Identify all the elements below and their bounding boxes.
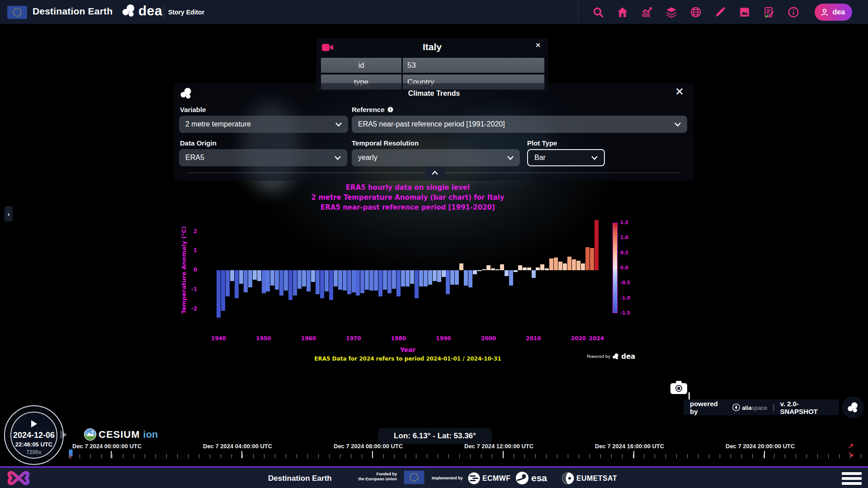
anomaly-bar [455,270,459,285]
feature-popup-close-button[interactable]: ✕ [535,42,541,49]
timeline-minor-tick [861,454,861,458]
dialog-close-button[interactable]: ✕ [675,86,684,98]
timeline-minor-tick [297,454,297,458]
anomaly-bar [563,263,567,270]
anomaly-bar [262,270,266,293]
menu-hamburger-button[interactable] [842,472,862,485]
anomaly-bar [266,270,270,291]
anomaly-bar [356,270,360,296]
story-notes-icon[interactable] [763,6,775,18]
timeline-minor-tick [644,454,644,458]
timeline-minor-tick [546,454,547,458]
timeline-minor-tick [275,454,275,458]
anomaly-bar [446,270,450,294]
timeline-major-tick [633,451,634,458]
timeline-minor-tick [600,454,601,458]
timeline-current-needle [70,455,71,459]
x-tick-label: 1970 [340,335,367,342]
timeline-minor-tick [438,454,438,458]
edit-pencil-icon[interactable] [714,6,726,18]
timeline-minor-tick [459,454,460,458]
timeline-minor-tick [101,454,102,458]
timeline-minor-tick [166,454,167,458]
image-icon[interactable] [739,6,750,18]
colorbar-tick-label: -1.0 [620,296,638,300]
variable-value: 2 metre temperature [185,120,335,128]
anomaly-bar [244,270,248,292]
info-icon[interactable] [788,6,799,18]
sidebar-expand-tab[interactable]: › [5,206,13,221]
chevron-down-icon [675,122,681,127]
anomaly-bar [437,270,441,282]
anomaly-bar [307,270,311,291]
reference-select[interactable]: ERA5 near-past reference period [1991-20… [352,116,687,133]
globe-icon[interactable] [690,6,702,18]
timeline-zoom-out-icon[interactable]: ↗ [848,442,854,450]
timeline-zoom-in-icon[interactable]: ↘ [848,450,854,458]
timeline-minor-tick [698,454,698,458]
timeline-minor-tick [622,454,623,458]
animation-clock-widget[interactable]: 2024-12-06 22:46:05 UTC 7200x [4,405,64,465]
search-icon[interactable] [592,6,604,18]
reference-label: Reference [352,106,393,113]
anomaly-bar [334,270,338,286]
anomaly-bar [406,270,410,286]
play-button[interactable] [31,420,37,427]
app-root: Destination Earth dea Story Editor dea [0,0,868,488]
chevron-down-icon [507,156,514,160]
info-icon[interactable] [387,107,393,113]
timeline-minor-tick [134,454,134,458]
eumetsat-logo: EUMETSAT [562,472,617,484]
dea-logo-text: dea [138,3,162,19]
footer-brand: Destination Earth [268,474,332,483]
timeline-minor-tick [210,454,210,458]
timeline-minor-tick [590,454,590,458]
home-icon[interactable] [617,6,628,18]
anomaly-bar [567,257,571,270]
anomaly-bar [540,264,544,270]
climate-trends-dialog: Climate Trends ✕ Variable 2 metre temper… [174,83,694,181]
eu-flag-icon [404,470,425,484]
anomaly-bar [253,270,257,280]
variable-select[interactable]: 2 metre temperature [179,116,348,133]
user-account-button[interactable]: dea [815,4,852,21]
timeline-minor-tick [687,454,688,458]
y-tick-label: 2 [182,228,197,235]
anomaly-bar [442,270,446,277]
x-tick-label: 1940 [205,335,232,342]
timeline-major-tick [764,451,765,458]
anomaly-bar [347,270,351,294]
plot-type-select[interactable]: Bar [527,149,605,166]
colorbar-tick-label: -1.5 [620,310,638,315]
anomaly-bar [293,270,297,296]
x-tick-label: 1960 [295,335,322,342]
dea-logo-icon [847,401,859,414]
timeline-minor-tick [253,454,254,458]
timeline-minor-tick [416,454,416,458]
collapse-panel-button[interactable] [425,167,445,178]
layers-icon[interactable] [665,6,677,18]
clock-time: 22:46:05 UTC [4,441,64,448]
cesium-ion-credit[interactable]: CESIUM ion [84,428,158,441]
anomaly-bar [279,270,283,296]
screenshot-camera-icon[interactable] [670,381,687,396]
timeline-minor-tick [427,454,427,458]
anomaly-bar [383,270,387,290]
anomaly-bar [594,220,599,270]
anomaly-bar [536,267,540,270]
anomaly-bar [239,270,243,284]
temporal-resolution-select[interactable]: yearly [352,149,520,166]
dea-floating-button[interactable] [842,396,864,418]
timeline-minor-tick [774,454,774,458]
timeline-minor-tick [112,454,113,458]
anomaly-bar [590,248,594,270]
statistics-icon[interactable] [641,6,653,18]
cesium-globe-icon [84,428,96,441]
data-origin-select[interactable]: ERA5 [179,149,347,166]
data-origin-label: Data Origin [180,139,217,147]
timeline-minor-tick [828,454,829,458]
colorbar-tick-label: 1.0 [620,235,638,240]
timeline-minor-tick [524,454,525,458]
timeline-minor-tick [817,454,818,458]
temporal-resolution-value: yearly [358,154,507,162]
